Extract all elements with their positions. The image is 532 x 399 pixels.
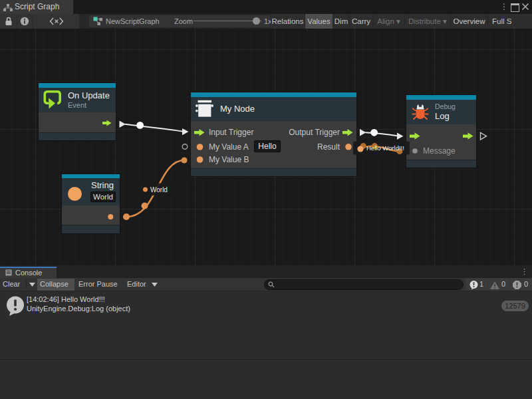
svg-text:Hello World!!!: Hello World!!! <box>366 144 404 152</box>
svg-text:World: World <box>150 186 168 194</box>
